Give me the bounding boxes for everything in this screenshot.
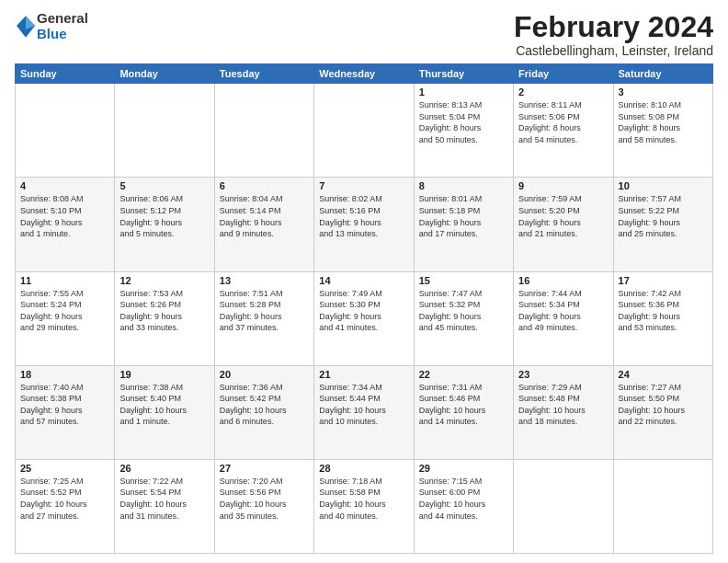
day-number: 25 [20,463,109,474]
cell-info: Sunrise: 7:42 AM Sunset: 5:36 PM Dayligh… [619,288,708,334]
calendar-cell: 27Sunrise: 7:20 AM Sunset: 5:56 PM Dayli… [214,459,313,553]
cell-info: Sunrise: 7:53 AM Sunset: 5:26 PM Dayligh… [119,288,209,334]
cell-info: Sunrise: 7:27 AM Sunset: 5:50 PM Dayligh… [619,382,708,428]
day-number: 8 [419,180,508,191]
calendar-cell: 15Sunrise: 7:47 AM Sunset: 5:32 PM Dayli… [414,271,513,365]
cell-info: Sunrise: 7:22 AM Sunset: 5:54 PM Dayligh… [119,476,209,522]
cell-info: Sunrise: 8:02 AM Sunset: 5:16 PM Dayligh… [319,193,408,239]
calendar-cell: 9Sunrise: 7:59 AM Sunset: 5:20 PM Daylig… [514,178,613,271]
calendar-cell: 3Sunrise: 8:10 AM Sunset: 5:08 PM Daylig… [613,84,712,178]
logo: General Blue [15,11,88,41]
day-number: 28 [319,463,408,474]
day-number: 12 [119,275,209,286]
calendar-cell: 13Sunrise: 7:51 AM Sunset: 5:28 PM Dayli… [214,271,313,365]
calendar-cell: 25Sunrise: 7:25 AM Sunset: 5:52 PM Dayli… [16,459,115,553]
calendar-cell: 2Sunrise: 8:11 AM Sunset: 5:06 PM Daylig… [514,84,613,178]
col-header-monday: Monday [115,64,214,84]
calendar-cell [115,84,214,178]
day-number: 10 [619,180,708,191]
col-header-tuesday: Tuesday [214,64,313,84]
cell-info: Sunrise: 7:57 AM Sunset: 5:22 PM Dayligh… [619,193,708,239]
day-number: 26 [119,463,209,474]
calendar-cell: 4Sunrise: 8:08 AM Sunset: 5:10 PM Daylig… [16,178,115,271]
col-header-thursday: Thursday [414,64,513,84]
calendar-cell: 6Sunrise: 8:04 AM Sunset: 5:14 PM Daylig… [214,178,313,271]
cell-info: Sunrise: 8:04 AM Sunset: 5:14 PM Dayligh… [220,193,309,239]
col-header-sunday: Sunday [16,64,115,84]
day-number: 6 [220,180,309,191]
title-block: February 2024 Castlebellingham, Leinster… [514,11,713,58]
cell-info: Sunrise: 8:13 AM Sunset: 5:04 PM Dayligh… [419,99,508,145]
cell-info: Sunrise: 8:08 AM Sunset: 5:10 PM Dayligh… [20,193,109,239]
day-number: 9 [518,180,608,191]
cell-info: Sunrise: 7:44 AM Sunset: 5:34 PM Dayligh… [518,288,608,334]
day-number: 3 [619,86,708,98]
calendar-cell: 12Sunrise: 7:53 AM Sunset: 5:26 PM Dayli… [115,271,214,365]
week-row-4: 25Sunrise: 7:25 AM Sunset: 5:52 PM Dayli… [16,459,713,553]
day-number: 14 [319,275,408,286]
calendar-cell: 8Sunrise: 8:01 AM Sunset: 5:18 PM Daylig… [414,178,513,271]
calendar-cell: 14Sunrise: 7:49 AM Sunset: 5:30 PM Dayli… [314,271,414,365]
logo-text: General Blue [37,11,88,41]
day-number: 19 [119,369,209,380]
calendar-cell: 23Sunrise: 7:29 AM Sunset: 5:48 PM Dayli… [514,365,613,459]
cell-info: Sunrise: 7:51 AM Sunset: 5:28 PM Dayligh… [220,288,309,334]
day-number: 1 [419,86,508,98]
calendar-cell: 19Sunrise: 7:38 AM Sunset: 5:40 PM Dayli… [115,365,214,459]
calendar-cell: 28Sunrise: 7:18 AM Sunset: 5:58 PM Dayli… [314,459,414,553]
calendar-cell: 5Sunrise: 8:06 AM Sunset: 5:12 PM Daylig… [115,178,214,271]
day-number: 16 [518,275,608,286]
day-number: 2 [518,86,608,98]
week-row-3: 18Sunrise: 7:40 AM Sunset: 5:38 PM Dayli… [16,365,713,459]
logo-blue: Blue [37,27,88,42]
month-title: February 2024 [514,11,713,43]
calendar-cell: 24Sunrise: 7:27 AM Sunset: 5:50 PM Dayli… [613,365,712,459]
col-header-saturday: Saturday [613,64,712,84]
calendar-cell: 10Sunrise: 7:57 AM Sunset: 5:22 PM Dayli… [613,178,712,271]
day-number: 13 [220,275,309,286]
cell-info: Sunrise: 7:49 AM Sunset: 5:30 PM Dayligh… [319,288,408,334]
day-number: 4 [20,180,109,191]
calendar-cell: 26Sunrise: 7:22 AM Sunset: 5:54 PM Dayli… [115,459,214,553]
day-number: 22 [419,369,508,380]
col-header-wednesday: Wednesday [314,64,414,84]
calendar-cell: 7Sunrise: 8:02 AM Sunset: 5:16 PM Daylig… [314,178,414,271]
day-number: 7 [319,180,408,191]
col-header-friday: Friday [514,64,613,84]
week-row-0: 1Sunrise: 8:13 AM Sunset: 5:04 PM Daylig… [16,84,713,178]
calendar-cell: 20Sunrise: 7:36 AM Sunset: 5:42 PM Dayli… [214,365,313,459]
cell-info: Sunrise: 7:47 AM Sunset: 5:32 PM Dayligh… [419,288,508,334]
cell-info: Sunrise: 8:11 AM Sunset: 5:06 PM Dayligh… [518,99,608,145]
cell-info: Sunrise: 7:36 AM Sunset: 5:42 PM Dayligh… [220,382,309,428]
calendar-cell [16,84,115,178]
calendar-cell [613,459,712,553]
header: General Blue February 2024 Castlebelling… [15,11,713,58]
week-row-1: 4Sunrise: 8:08 AM Sunset: 5:10 PM Daylig… [16,178,713,271]
calendar-cell: 11Sunrise: 7:55 AM Sunset: 5:24 PM Dayli… [16,271,115,365]
calendar-cell: 22Sunrise: 7:31 AM Sunset: 5:46 PM Dayli… [414,365,513,459]
cell-info: Sunrise: 7:29 AM Sunset: 5:48 PM Dayligh… [518,382,608,428]
cell-info: Sunrise: 7:40 AM Sunset: 5:38 PM Dayligh… [20,382,109,428]
day-number: 20 [220,369,309,380]
cell-info: Sunrise: 7:25 AM Sunset: 5:52 PM Dayligh… [20,476,109,522]
cell-info: Sunrise: 8:10 AM Sunset: 5:08 PM Dayligh… [619,99,708,145]
calendar-table: SundayMondayTuesdayWednesdayThursdayFrid… [15,63,713,554]
week-row-2: 11Sunrise: 7:55 AM Sunset: 5:24 PM Dayli… [16,271,713,365]
day-number: 29 [419,463,508,474]
day-number: 27 [220,463,309,474]
day-number: 5 [119,180,209,191]
day-number: 23 [518,369,608,380]
cell-info: Sunrise: 8:06 AM Sunset: 5:12 PM Dayligh… [119,193,209,239]
day-number: 15 [419,275,508,286]
calendar-cell: 29Sunrise: 7:15 AM Sunset: 6:00 PM Dayli… [414,459,513,553]
day-number: 18 [20,369,109,380]
day-number: 17 [619,275,708,286]
cell-info: Sunrise: 7:38 AM Sunset: 5:40 PM Dayligh… [119,382,209,428]
calendar-cell: 18Sunrise: 7:40 AM Sunset: 5:38 PM Dayli… [16,365,115,459]
location-subtitle: Castlebellingham, Leinster, Ireland [514,43,713,58]
calendar-cell: 17Sunrise: 7:42 AM Sunset: 5:36 PM Dayli… [613,271,712,365]
cell-info: Sunrise: 8:01 AM Sunset: 5:18 PM Dayligh… [419,193,508,239]
logo-icon [17,14,35,40]
cell-info: Sunrise: 7:34 AM Sunset: 5:44 PM Dayligh… [319,382,408,428]
cell-info: Sunrise: 7:15 AM Sunset: 6:00 PM Dayligh… [419,476,508,522]
